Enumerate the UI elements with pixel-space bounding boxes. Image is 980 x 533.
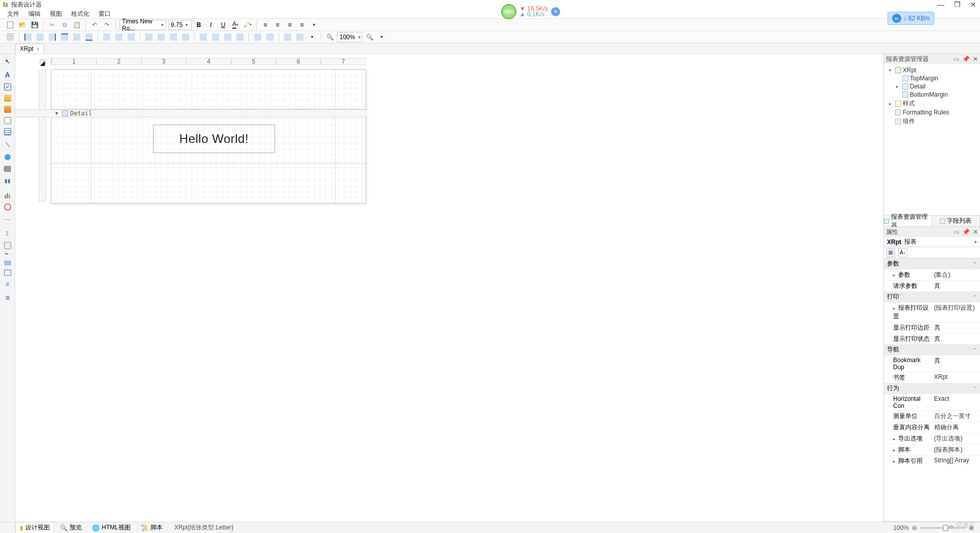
prop-val[interactable]: XRpt xyxy=(932,372,981,383)
fontsize-combo[interactable]: 9.75▾ xyxy=(168,20,192,30)
close-tab-icon[interactable]: × xyxy=(37,46,40,52)
prop-val[interactable]: 真 xyxy=(932,356,981,372)
explorer-tree[interactable]: ▾XRpt TopMargin ▸Detail BottomMargin ▸样式… xyxy=(884,64,980,215)
size-h[interactable] xyxy=(126,32,136,42)
detail-band[interactable]: Hello World! xyxy=(51,117,365,163)
maximize-button[interactable]: ❐ xyxy=(954,1,961,8)
align-t[interactable] xyxy=(59,32,70,42)
label-tool[interactable]: A xyxy=(3,70,12,79)
zipcode-tool[interactable]: ▮▮ xyxy=(3,176,12,185)
panel-tool[interactable] xyxy=(4,117,11,124)
ruler-vertical[interactable] xyxy=(39,69,46,201)
cut-button[interactable]: ✂ xyxy=(47,20,57,30)
zoom-combo[interactable]: 100%▾ xyxy=(337,32,362,42)
menu-file[interactable]: 文件 xyxy=(7,10,19,18)
ruler-corner[interactable]: ◢ xyxy=(40,59,46,65)
open-button[interactable]: 📂 xyxy=(17,20,27,30)
undo-button[interactable]: ↶ xyxy=(89,20,100,30)
pagebreak-tool[interactable] xyxy=(4,253,11,256)
view-design-tab[interactable]: ▮设计视图 xyxy=(15,522,54,533)
vspace-eq[interactable] xyxy=(198,32,208,42)
prop-val[interactable]: 真 xyxy=(932,322,981,333)
prop-row[interactable]: 显示打印状态真 xyxy=(884,333,980,344)
gauge-tool[interactable] xyxy=(3,202,12,212)
italic-button[interactable]: I xyxy=(206,20,216,30)
vspace-dec[interactable] xyxy=(223,32,233,42)
underline-button[interactable]: U xyxy=(218,20,228,30)
align-r[interactable] xyxy=(47,32,57,42)
tree-item-styles[interactable]: ▸样式 xyxy=(885,99,979,108)
chart-tool[interactable] xyxy=(3,189,12,198)
bold-button[interactable]: B xyxy=(194,20,204,30)
prop-val[interactable]: (报表打印设置) xyxy=(932,303,981,322)
pageinfo-tool[interactable]: ≡ xyxy=(3,280,12,289)
cat-print[interactable]: 打印⌃ xyxy=(884,291,980,302)
subreport-tool[interactable] xyxy=(4,242,11,249)
center-v[interactable] xyxy=(265,32,275,42)
pivot-tool[interactable]: Σ xyxy=(3,229,12,238)
new-button[interactable] xyxy=(5,20,15,30)
align-left-button[interactable]: ≡ xyxy=(260,20,270,30)
prop-row[interactable]: ▸脚本引用String[] Array xyxy=(884,455,980,466)
prop-row[interactable]: 请求参数真 xyxy=(884,280,980,291)
prop-val[interactable]: 精确分离 xyxy=(932,422,981,433)
prop-row[interactable]: 垂直内容分离精确分离 xyxy=(884,422,980,433)
prop-row[interactable]: 书签XRpt xyxy=(884,372,980,383)
tree-item-components[interactable]: 组件 xyxy=(885,116,979,126)
hspace-rem[interactable] xyxy=(180,32,191,42)
paste-button[interactable]: 📋 xyxy=(72,20,82,30)
close-button[interactable]: ✕ xyxy=(970,1,977,8)
hspace-eq[interactable] xyxy=(144,32,154,42)
topmargin-band[interactable] xyxy=(51,70,365,109)
size-w[interactable] xyxy=(102,32,112,42)
document-tab-xrpt[interactable]: XRpt × xyxy=(15,44,44,53)
cat-params[interactable]: 参数⌃ xyxy=(884,258,980,269)
grid-button[interactable] xyxy=(5,32,15,42)
crossband-box-tool[interactable] xyxy=(4,270,11,276)
redo-button[interactable]: ↷ xyxy=(102,20,112,30)
properties-grid[interactable]: 参数⌃ ▸参数(集合) 请求参数真 打印⌃ ▸报表打印设置(报表打印设置) 显示… xyxy=(884,258,980,521)
ruler-horizontal[interactable]: 1 2 3 4 5 6 7 xyxy=(51,58,366,65)
prop-val[interactable]: 百分之一英寸 xyxy=(932,411,981,422)
hspace-dec[interactable] xyxy=(168,32,178,42)
cat-behavior[interactable]: 行为⌃ xyxy=(884,383,980,394)
panel-close-icon[interactable]: ✕ xyxy=(973,228,978,235)
prop-row[interactable]: Horizontal ConExact xyxy=(884,394,980,410)
cellular-tool[interactable]: ≣ xyxy=(3,293,12,302)
categorized-button[interactable]: ⊞ xyxy=(886,248,895,257)
cat-nav[interactable]: 导航⌃ xyxy=(884,344,980,355)
center-h[interactable] xyxy=(253,32,263,42)
align-l[interactable] xyxy=(23,32,33,42)
minimize-button[interactable]: — xyxy=(937,1,944,8)
menu-edit[interactable]: 编辑 xyxy=(28,10,41,18)
prop-row[interactable]: ▸脚本(报表脚本) xyxy=(884,444,980,455)
vspace-rem[interactable] xyxy=(235,32,245,42)
report-page[interactable]: ▼ Detail Hello World! xyxy=(51,69,366,203)
panel-dock-icon[interactable]: ▭ xyxy=(954,228,959,235)
menu-window[interactable]: 窗口 xyxy=(99,10,111,18)
prop-row[interactable]: ▸报表打印设置(报表打印设置) xyxy=(884,302,980,322)
prop-val[interactable]: (报表脚本) xyxy=(932,445,981,455)
tree-item-bottommargin[interactable]: BottomMargin xyxy=(885,91,979,99)
zoom-out-button[interactable]: 🔍 xyxy=(325,32,335,42)
perf-add-button[interactable]: + xyxy=(551,7,560,16)
zoom-minus[interactable]: ⊖ xyxy=(912,524,917,531)
view-preview-tab[interactable]: 🔍预览 xyxy=(55,522,86,533)
panel-close-icon[interactable]: ✕ xyxy=(973,55,978,63)
tab-fieldlist[interactable]: 字段列表 xyxy=(932,216,981,226)
prop-val[interactable]: String[] Array xyxy=(932,456,981,466)
bottommargin-band[interactable] xyxy=(51,163,365,203)
font-combo[interactable]: Times New Ro...▾ xyxy=(119,20,166,30)
prop-val[interactable]: Exact xyxy=(932,394,981,410)
align-center-button[interactable]: ≡ xyxy=(272,20,283,30)
align-c[interactable] xyxy=(35,32,45,42)
net-badge[interactable]: ∞ ↓ 62 KB/s xyxy=(887,12,934,25)
tree-item-topmargin[interactable]: TopMargin xyxy=(885,74,979,82)
tree-item-detail[interactable]: ▸Detail xyxy=(885,82,979,91)
design-surface[interactable]: ◢ 1 2 3 4 5 6 7 ▼ Detail xyxy=(15,54,883,522)
menu-format[interactable]: 格式化 xyxy=(71,10,89,18)
alphabetical-button[interactable]: A↓ xyxy=(898,248,907,257)
tab-explorer[interactable]: 报表资源管理器 xyxy=(884,216,932,226)
save-button[interactable]: 💾 xyxy=(29,20,40,30)
zoom-in-button[interactable]: 🔍 xyxy=(364,32,375,42)
